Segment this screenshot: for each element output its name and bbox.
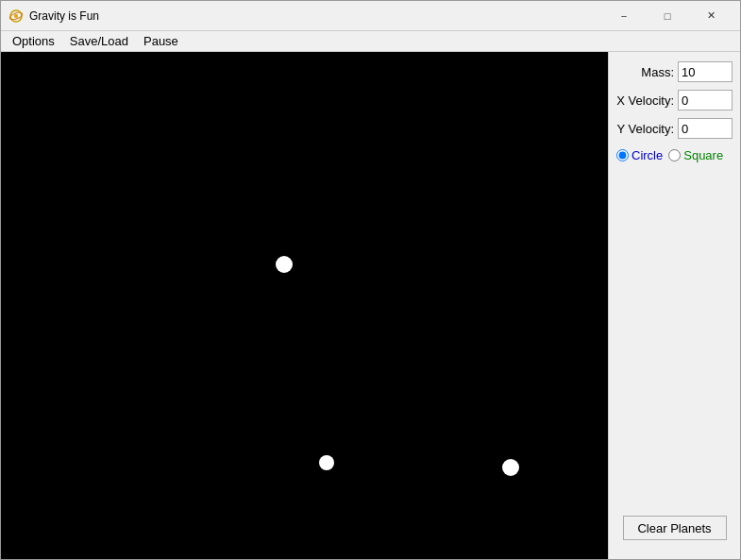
square-label: Square: [683, 148, 723, 162]
xvelocity-input[interactable]: [678, 90, 733, 110]
title-bar: Gravity is Fun − □ ✕: [1, 1, 740, 31]
planet: [276, 256, 293, 273]
close-button[interactable]: ✕: [689, 1, 733, 31]
menu-options[interactable]: Options: [5, 32, 62, 50]
yvelocity-label: Y Velocity:: [617, 122, 674, 136]
xvelocity-label: X Velocity:: [616, 93, 674, 108]
mass-input[interactable]: [678, 61, 733, 82]
circle-label: Circle: [632, 148, 663, 162]
sidebar: Mass: X Velocity: Y Velocity: Circle: [608, 52, 740, 559]
circle-radio-label[interactable]: Circle: [616, 148, 663, 162]
mass-label: Mass:: [641, 65, 674, 79]
square-radio[interactable]: [668, 149, 681, 161]
maximize-button[interactable]: □: [646, 1, 689, 31]
content-area: Mass: X Velocity: Y Velocity: Circle: [1, 52, 740, 559]
menu-bar: Options Save/Load Pause: [1, 31, 740, 52]
planet: [319, 455, 334, 470]
app-window: Gravity is Fun − □ ✕ Options Save/Load P…: [0, 0, 741, 560]
clear-planets-button[interactable]: Clear Planets: [623, 516, 727, 540]
svg-point-1: [14, 14, 18, 18]
window-title: Gravity is Fun: [29, 9, 602, 23]
menu-saveload[interactable]: Save/Load: [62, 32, 136, 50]
spacer: [616, 172, 733, 508]
simulation-canvas[interactable]: [1, 52, 608, 559]
minimize-button[interactable]: −: [602, 1, 646, 31]
planet: [502, 459, 519, 476]
square-radio-label[interactable]: Square: [668, 148, 723, 162]
window-controls: − □ ✕: [602, 1, 733, 31]
circle-radio[interactable]: [616, 149, 629, 161]
yvelocity-input[interactable]: [678, 118, 733, 139]
app-icon: [8, 8, 24, 24]
xvelocity-row: X Velocity:: [616, 90, 733, 110]
menu-pause[interactable]: Pause: [136, 32, 186, 50]
mass-row: Mass:: [616, 61, 733, 82]
shape-row: Circle Square: [616, 146, 733, 164]
yvelocity-row: Y Velocity:: [616, 118, 733, 139]
